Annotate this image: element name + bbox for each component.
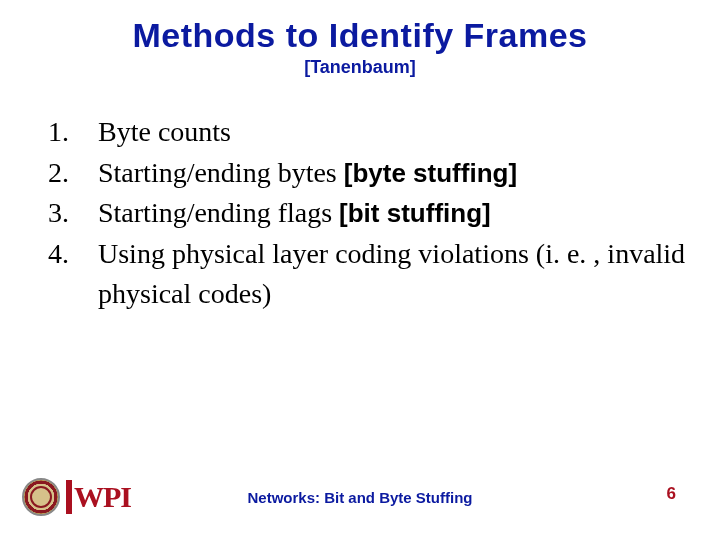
item-number: 3. (48, 193, 98, 234)
slide-title: Methods to Identify Frames (0, 16, 720, 55)
item-tag: [byte stuffing] (344, 158, 517, 188)
footer-caption: Networks: Bit and Byte Stuffing (0, 489, 720, 506)
item-text: Starting/ending flags (98, 197, 339, 228)
item-number: 1. (48, 112, 98, 153)
list-item: 3. Starting/ending flags [bit stuffing] (48, 193, 690, 234)
item-body: Byte counts (98, 112, 690, 153)
list-item: 4. Using physical layer coding violation… (48, 234, 690, 315)
list-item: 1. Byte counts (48, 112, 690, 153)
item-body: Starting/ending flags [bit stuffing] (98, 193, 690, 234)
slide-subtitle: [Tanenbaum] (0, 57, 720, 78)
item-text: Using physical layer coding violations (… (98, 238, 685, 310)
item-text: Starting/ending bytes (98, 157, 344, 188)
item-tag: [bit stuffing] (339, 198, 491, 228)
slide-footer: WPI Networks: Bit and Byte Stuffing 6 (0, 470, 720, 520)
item-number: 4. (48, 234, 98, 275)
list-item: 2. Starting/ending bytes [byte stuffing] (48, 153, 690, 194)
item-text: Byte counts (98, 116, 231, 147)
page-number: 6 (667, 484, 676, 504)
item-body: Using physical layer coding violations (… (98, 234, 690, 315)
item-number: 2. (48, 153, 98, 194)
item-body: Starting/ending bytes [byte stuffing] (98, 153, 690, 194)
numbered-list: 1. Byte counts 2. Starting/ending bytes … (48, 112, 690, 315)
